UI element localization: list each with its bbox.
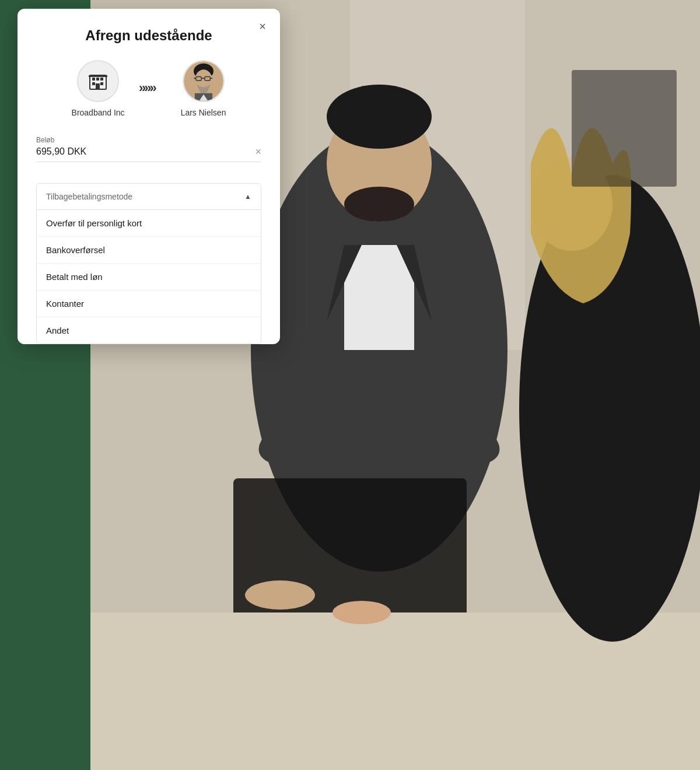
company-avatar bbox=[77, 60, 119, 102]
close-button[interactable]: × bbox=[254, 18, 271, 34]
transfer-arrow: »»» bbox=[139, 80, 167, 97]
person-name: Lars Nielsen bbox=[181, 108, 226, 117]
amount-section: Beløb 695,90 DKK × bbox=[36, 136, 261, 162]
payment-method-dropdown[interactable]: Tilbagebetalingsmetode ▲ Overfør til per… bbox=[36, 183, 261, 344]
svg-rect-24 bbox=[92, 82, 95, 85]
modal-overlay: Afregn udestående × bbox=[0, 0, 700, 770]
modal-title: Afregn udestående bbox=[85, 27, 212, 44]
option-bank-transfer[interactable]: Bankoverførsel bbox=[37, 237, 261, 264]
svg-rect-22 bbox=[96, 78, 99, 80]
option-other[interactable]: Andet bbox=[37, 317, 261, 344]
person-avatar bbox=[183, 60, 225, 102]
from-entity: Broadband Inc bbox=[72, 60, 125, 117]
svg-rect-25 bbox=[100, 82, 103, 85]
arrow-icon: »»» bbox=[139, 80, 167, 94]
company-name: Broadband Inc bbox=[72, 108, 125, 117]
svg-text:»»»: »»» bbox=[139, 80, 156, 94]
option-paid-salary[interactable]: Betalt med løn bbox=[37, 264, 261, 290]
dropdown-options-list: Overfør til personligt kort Bankoverførs… bbox=[37, 210, 261, 344]
option-transfer-card[interactable]: Overfør til personligt kort bbox=[37, 210, 261, 237]
modal-dialog: Afregn udestående × bbox=[18, 9, 280, 344]
dropdown-label: Tilbagebetalingsmetode bbox=[46, 192, 132, 201]
dropdown-header[interactable]: Tilbagebetalingsmetode ▲ bbox=[37, 184, 261, 210]
option-cash[interactable]: Kontanter bbox=[37, 290, 261, 317]
svg-rect-27 bbox=[89, 75, 107, 77]
transfer-section: Broadband Inc »»» bbox=[36, 60, 261, 117]
clear-amount-button[interactable]: × bbox=[255, 146, 261, 157]
chevron-up-icon: ▲ bbox=[244, 192, 251, 201]
svg-rect-26 bbox=[96, 83, 100, 89]
amount-value: 695,90 DKK bbox=[36, 146, 86, 157]
building-icon bbox=[88, 71, 108, 92]
svg-rect-21 bbox=[92, 78, 95, 80]
svg-point-33 bbox=[210, 76, 215, 82]
amount-field: 695,90 DKK × bbox=[36, 146, 261, 162]
to-entity: Lars Nielsen bbox=[181, 60, 226, 117]
amount-label: Beløb bbox=[36, 136, 261, 144]
svg-rect-23 bbox=[100, 78, 103, 80]
modal-header: Afregn udestående × bbox=[36, 27, 261, 44]
